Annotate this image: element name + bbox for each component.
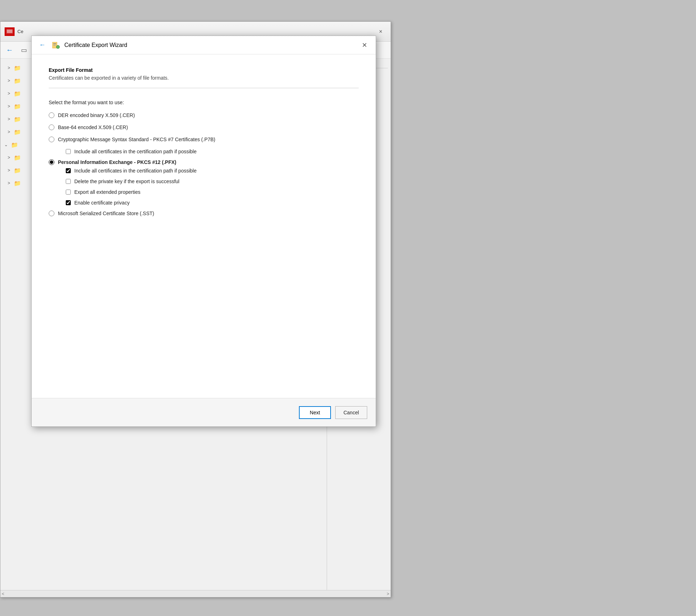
bg-close-button[interactable]: × xyxy=(375,26,386,37)
radio-option-pkcs7: Cryptographic Message Syntax Standard - … xyxy=(49,137,359,142)
svg-rect-6 xyxy=(53,43,56,44)
dialog-footer: Next Cancel xyxy=(32,398,376,426)
radio-option-pfx: Personal Information Exchange - PKCS #12… xyxy=(49,159,359,165)
radio-pfx[interactable] xyxy=(49,159,54,165)
radio-base64[interactable] xyxy=(49,124,54,130)
bg-copy-button[interactable]: ▭ xyxy=(17,44,30,57)
certificate-export-wizard-dialog: ← Certificate Export Wizard ✕ Export Fil… xyxy=(31,36,376,427)
dialog-back-button[interactable]: ← xyxy=(37,40,47,50)
bg-back-button[interactable]: ← xyxy=(3,44,16,57)
radio-option-base64: Base-64 encoded X.509 (.CER) xyxy=(49,124,359,130)
format-prompt: Select the format you want to use: xyxy=(49,100,359,105)
radio-option-sst: Microsoft Serialized Certificate Store (… xyxy=(49,211,359,216)
section-divider xyxy=(49,88,359,88)
radio-option-der: DER encoded binary X.509 (.CER) xyxy=(49,112,359,118)
checkbox-pfx-delete: Delete the private key if the export is … xyxy=(66,179,359,184)
radio-sst[interactable] xyxy=(49,211,54,216)
checkbox-pfx-include: Include all certificates in the certific… xyxy=(66,168,359,174)
checkbox-pfx-include-label: Include all certificates in the certific… xyxy=(74,168,197,174)
radio-pkcs7[interactable] xyxy=(49,137,54,142)
radio-der[interactable] xyxy=(49,112,54,118)
radio-base64-label: Base-64 encoded X.509 (.CER) xyxy=(58,124,128,130)
pkcs7-sub-options: Include all certificates in the certific… xyxy=(66,149,359,154)
checkbox-pkcs7-include: Include all certificates in the certific… xyxy=(66,149,359,154)
dialog-title: Certificate Export Wizard xyxy=(64,42,127,48)
checkbox-pfx-delete-label: Delete the private key if the export is … xyxy=(74,179,180,184)
checkbox-pkcs7-include-input[interactable] xyxy=(66,149,71,154)
section-subtitle: Certificates can be exported in a variet… xyxy=(49,75,359,81)
radio-pkcs7-label: Cryptographic Message Syntax Standard - … xyxy=(58,137,215,142)
bg-scrollbar[interactable]: < > xyxy=(0,590,391,597)
bg-window-title: Ce xyxy=(17,29,23,34)
checkbox-pfx-privacy-input[interactable] xyxy=(66,200,71,205)
checkbox-pkcs7-include-label: Include all certificates in the certific… xyxy=(74,149,197,154)
checkbox-pfx-delete-input[interactable] xyxy=(66,179,71,184)
next-button[interactable]: Next xyxy=(299,406,331,419)
checkbox-pfx-privacy-label: Enable certificate privacy xyxy=(74,200,130,206)
dialog-close-button[interactable]: ✕ xyxy=(359,39,370,51)
svg-rect-1 xyxy=(7,30,12,33)
cancel-button[interactable]: Cancel xyxy=(335,406,367,419)
pfx-sub-options: Include all certificates in the certific… xyxy=(66,168,359,206)
radio-sst-label: Microsoft Serialized Certificate Store (… xyxy=(58,211,154,216)
radio-der-label: DER encoded binary X.509 (.CER) xyxy=(58,112,135,118)
wizard-icon xyxy=(51,40,61,50)
checkbox-pfx-ext-label: Export all extended properties xyxy=(74,189,140,195)
checkbox-pfx-include-input[interactable] xyxy=(66,168,71,173)
radio-pfx-label: Personal Information Exchange - PKCS #12… xyxy=(58,159,176,165)
checkbox-pfx-ext: Export all extended properties xyxy=(66,189,359,195)
svg-point-5 xyxy=(57,46,59,48)
checkbox-pfx-ext-input[interactable] xyxy=(66,190,71,195)
checkbox-pfx-privacy: Enable certificate privacy xyxy=(66,200,359,206)
section-title: Export File Format xyxy=(49,67,359,73)
dialog-content: Export File Format Certificates can be e… xyxy=(32,54,376,398)
bg-window-icon xyxy=(5,27,15,36)
svg-rect-7 xyxy=(53,45,55,46)
dialog-titlebar: ← Certificate Export Wizard ✕ xyxy=(32,36,376,54)
